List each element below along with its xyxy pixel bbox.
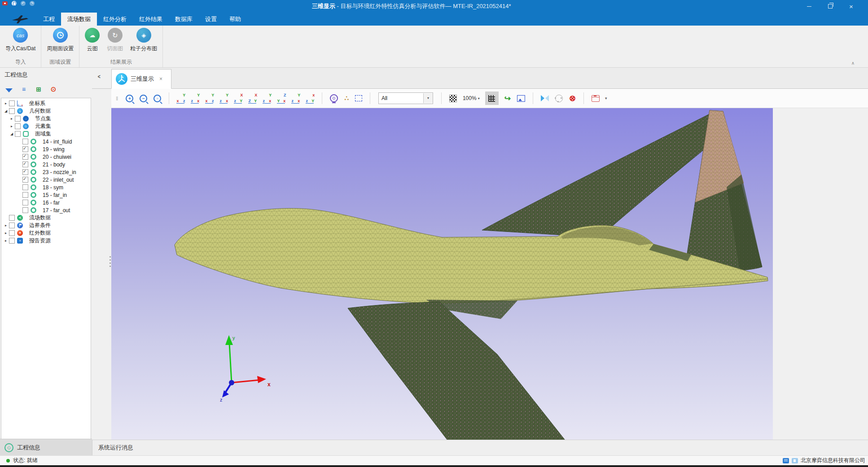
tree-item--[interactable]: ◢面域集 [1,130,91,138]
mesh-toggle-button[interactable] [485,92,499,105]
checkbox[interactable] [9,230,15,236]
export-view-icon[interactable]: ↪ [504,94,511,103]
ribbon-button-clock[interactable]: 周期面设置 [47,27,74,57]
lang-icon[interactable] [792,458,798,463]
tree-item--[interactable]: ▸红外数据 [1,229,91,237]
expander-icon[interactable]: ▸ [9,124,14,128]
tree-item-22-inlet_out[interactable]: 22 - inlet_out [1,176,91,183]
checkbox[interactable] [9,108,15,114]
tree-item-17-far_out[interactable]: 17 - far_out [1,206,91,214]
select-box-icon[interactable] [355,95,362,101]
tree-item-15-far_in[interactable]: 15 - far_in [1,191,91,199]
tree-item-19-wing[interactable]: 19 - wing [1,145,91,153]
view-orientation-icon-9[interactable]: zxY [290,93,301,104]
zoom-fit-icon[interactable]: ▫ [153,95,161,102]
view-orientation-icon-7[interactable]: zxY [262,93,272,104]
minimize-button[interactable] [798,0,820,13]
view-orientation-icon-1[interactable]: xzY [175,93,186,104]
expander-icon[interactable]: ◢ [3,109,9,113]
sidebar-collapse-button[interactable]: < [98,73,101,80]
view-orientation-icon-8[interactable]: YxZ [276,93,287,104]
tab-3d-view[interactable]: 三维显示 × [111,69,171,89]
close-button[interactable]: × [841,0,862,13]
expander-icon[interactable]: ▸ [3,231,9,235]
chevron-down-icon[interactable]: ▾ [605,96,607,100]
checkbox[interactable] [9,238,15,244]
toolbar-drag-handle[interactable]: ‖ [116,95,118,102]
target-icon[interactable]: ⊙ [50,86,57,93]
ribbon-button-particle[interactable]: ◈粒子分布图 [130,27,157,57]
camera-icon[interactable] [330,94,338,102]
tree-item-18-sym[interactable]: 18 - sym [1,183,91,191]
checkbox[interactable] [22,169,28,175]
zoom-level-dropdown[interactable]: 100%▾ [463,95,480,101]
menu-tab-1[interactable]: 流场数据 [61,13,97,26]
ribbon-collapse-icon[interactable]: ∧ [851,61,855,65]
splitter-handle[interactable] [110,256,111,258]
checkbox[interactable] [22,200,28,205]
checkbox[interactable] [9,215,15,221]
chevron-down-icon[interactable]: ▾ [423,93,433,103]
snapshot-icon[interactable] [517,95,525,102]
menu-tab-0[interactable]: 工程 [37,13,61,26]
save-view-icon[interactable] [592,95,600,102]
tree-item-23-nozzle_in[interactable]: 23 - nozzle_in [1,168,91,176]
tree-item--[interactable]: ▸报告资源 [1,237,91,244]
checkbox[interactable] [22,161,28,167]
tree-item-20-chuiwei[interactable]: 20 - chuiwei [1,153,91,161]
ime-icon[interactable] [783,458,789,463]
tree-item--[interactable]: ◢几何数据 [1,107,91,115]
checkbox[interactable] [15,116,21,122]
redo-icon[interactable]: ↷ [30,1,35,6]
checkbox[interactable] [22,146,28,152]
checkbox[interactable] [9,223,15,228]
undo-icon[interactable]: ↶ [21,1,26,6]
transparency-icon[interactable] [449,95,457,102]
outline-icon[interactable]: ≡ [20,86,27,93]
menu-tab-2[interactable]: 红外分析 [97,13,133,26]
checkbox[interactable] [15,123,21,129]
checkbox[interactable] [22,192,28,198]
save-icon[interactable] [12,1,17,6]
view-orientation-icon-4[interactable]: zxY [219,93,229,104]
expander-icon[interactable]: ▸ [3,239,9,243]
lasso-select-icon[interactable] [555,95,563,102]
view-orientation-icon-10[interactable]: zYx [305,93,316,104]
zoom-out-icon[interactable]: − [140,95,147,102]
view-orientation-icon-3[interactable]: xzY [204,93,215,104]
tree-item--[interactable]: ▸元素集 [1,122,91,130]
ribbon-button-cas[interactable]: cas导入Cas/Dat [5,27,35,57]
ribbon-button-cloud[interactable]: ☁云图 [85,27,100,57]
particles-icon[interactable]: ∴ [344,94,349,102]
display-filter-select[interactable]: All▾ [378,92,433,104]
grid-icon[interactable]: ⊞ [35,86,42,93]
expander-icon[interactable]: ▸ [9,117,14,121]
tree-item--[interactable]: 流场数据 [1,214,91,222]
checkbox[interactable] [22,207,28,213]
tree-item--[interactable]: ▸坐标系 [1,100,91,107]
checkbox[interactable] [22,184,28,190]
view-orientation-icon-5[interactable]: zYX [233,93,244,104]
checkbox[interactable] [22,177,28,183]
checkbox[interactable] [22,139,28,144]
menu-tab-6[interactable]: 帮助 [223,13,247,26]
tree-item-16-far[interactable]: 16 - far [1,199,91,206]
checkbox[interactable] [9,100,15,106]
menu-tab-3[interactable]: 红外结果 [133,13,169,26]
tree-item--[interactable]: ▸边界条件 [1,222,91,229]
maximize-button[interactable] [820,0,841,13]
tree-item--[interactable]: ▸节点集 [1,115,91,122]
menu-tab-5[interactable]: 设置 [199,13,223,26]
expander-icon[interactable]: ▸ [3,101,9,105]
zoom-in-icon[interactable]: + [126,95,133,102]
view-orientation-icon-6[interactable]: ZYX [247,93,258,104]
tab-close-icon[interactable]: × [159,76,162,82]
expander-icon[interactable]: ◢ [9,132,14,136]
filter-icon[interactable] [5,88,13,92]
mirror-icon[interactable] [541,95,549,102]
menu-tab-4[interactable]: 数据库 [169,13,199,26]
checkbox[interactable] [22,154,28,160]
viewport-3d[interactable]: x y z [111,108,773,440]
tree-item-14-int_fluid[interactable]: 14 - int_fluid [1,138,91,145]
view-orientation-icon-2[interactable]: zxY [190,93,201,104]
